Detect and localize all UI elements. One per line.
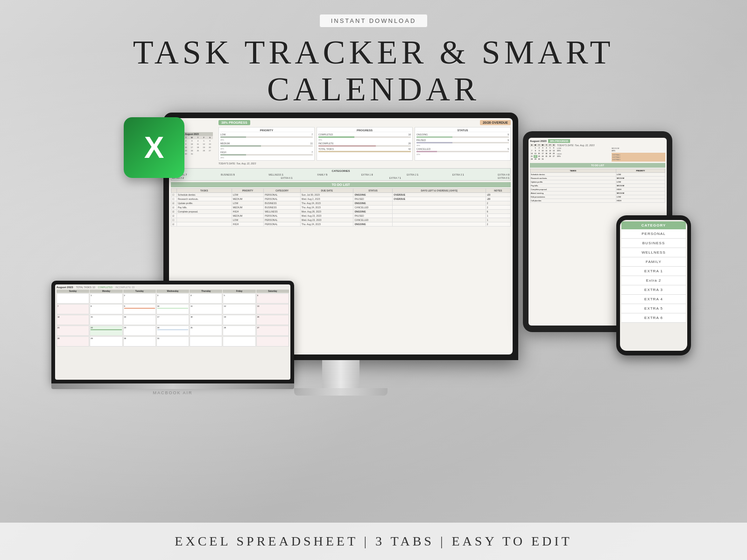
status-label: STATUS <box>416 129 509 132</box>
footer-section: EXCEL SPREADSHEET | 3 TABS | EASY TO EDI… <box>0 523 747 560</box>
iphone-cat-wellness: WELLNESS <box>621 248 686 257</box>
priority-label: PRIORITY <box>220 129 313 132</box>
col-category: CATEGORY <box>264 189 301 193</box>
macbook-incomplete: INCOMPLETE: 33 <box>115 286 134 289</box>
footer-text: EXCEL SPREADSHEET | 3 TABS | EASY TO EDI… <box>175 534 572 549</box>
ipad-progress: 38% PROGRESS <box>548 139 571 143</box>
iphone-cat-extra3: EXTRA 3 <box>621 285 686 295</box>
table-row: ☑ Pay bills. MEDIUM BUSINESS Thu. Aug 24… <box>171 206 511 210</box>
macbook-content: August 2023 TOTAL TASKS: 10 COMPLETED IN… <box>55 284 290 348</box>
macbook-screen-outer: August 2023 TOTAL TASKS: 10 COMPLETED IN… <box>51 281 294 383</box>
iphone-screen: CATEGORY PERSONAL BUSINESS WELLNESS FAMI… <box>620 220 687 351</box>
iphone-cat-extra1: EXTRA 1 <box>621 267 686 276</box>
devices-section: X August 2023 S M <box>70 113 677 439</box>
macbook-month: August 2023 <box>56 286 73 289</box>
main-container: INSTANT DOWNLOAD TASK TRACKER & SMART CA… <box>0 0 747 560</box>
macbook-total-tasks: TOTAL TASKS: 10 <box>76 286 95 289</box>
ipad-todo-header: TO DO LIST <box>530 163 665 168</box>
iphone-outer: CATEGORY PERSONAL BUSINESS WELLNESS FAMI… <box>616 215 691 355</box>
excel-x-letter: X <box>144 130 164 165</box>
excel-icon: X <box>124 117 184 178</box>
table-row: ☑ Update profile. LOW BUSINESS Thu. Aug … <box>171 201 511 206</box>
col-notes: NOTES <box>486 189 510 193</box>
col-days: DAYS LEFT & OVERDUE [-DAYS] <box>393 189 486 193</box>
col-tasks: TASKS <box>177 189 232 193</box>
macbook-base <box>51 383 294 389</box>
categories-label: CATEGORIES <box>172 170 509 172</box>
todo-table: TASKS PRIORITY CATEGORY DUE DATE STATUS … <box>171 188 511 227</box>
iphone-category-header: CATEGORY <box>621 221 686 229</box>
iphone-cat-personal: PERSONAL <box>621 229 686 239</box>
macbook-label: MACBOOK AIR <box>51 390 294 395</box>
table-row: ☐ Research workouts. MEDIUM PERSONAL Wed… <box>171 197 511 201</box>
todolist-header: TO DO LIST <box>171 182 511 187</box>
col-due: DUE DATE <box>300 189 353 193</box>
macbook-device: August 2023 TOTAL TASKS: 10 COMPLETED IN… <box>51 281 294 411</box>
table-row: ☑ Complete proposal. HIGH WELLNESS Mon. … <box>171 210 511 214</box>
macbook-completed: COMPLETED <box>98 286 113 289</box>
macbook-header: August 2023 TOTAL TASKS: 10 COMPLETED IN… <box>56 286 289 289</box>
macbook-screen: August 2023 TOTAL TASKS: 10 COMPLETED IN… <box>55 284 290 380</box>
iphone-cat-extra2: Extra 2 <box>621 276 686 285</box>
iphone-device: CATEGORY PERSONAL BUSINESS WELLNESS FAMI… <box>616 215 691 355</box>
iphone-cat-extra4: EXTRA 4 <box>621 295 686 304</box>
iphone-content: CATEGORY PERSONAL BUSINESS WELLNESS FAMI… <box>620 220 687 324</box>
iphone-cat-family: FAMILY <box>621 257 686 267</box>
ipad-month: August 2023 <box>530 140 547 142</box>
table-row: ☐ LOW PERSONAL Wed. Aug 23, 2023 CANCELL… <box>171 218 511 222</box>
table-row: ☐ Schedule dentist. LOW PERSONAL Sun. Ju… <box>171 193 511 197</box>
instant-download-badge: INSTANT DOWNLOAD <box>319 14 428 28</box>
iphone-cat-extra5: EXTRA 5 <box>621 304 686 313</box>
todays-date: Tue, Aug. 22, 2023 <box>236 162 256 165</box>
todays-date-label: TODAY'S DATE: <box>218 162 236 165</box>
col-status: STATUS <box>353 189 393 193</box>
table-row: ☑ MEDIUM PERSONAL Wed. Aug 23, 2023 PAUS… <box>171 214 511 218</box>
overdue-badge: 20/26 OVERDUE <box>480 120 511 125</box>
header-section: INSTANT DOWNLOAD TASK TRACKER & SMART CA… <box>133 0 614 108</box>
table-row: ☑ HIGH PERSONAL Thu. Aug 24, 2023 ONGOIN… <box>171 222 511 227</box>
priority-low: LOW <box>220 133 226 136</box>
col-priority: PRIORITY <box>232 189 264 193</box>
title-line1: TASK TRACKER & SMART <box>133 34 614 71</box>
iphone-cat-business: BUSINESS <box>621 239 686 248</box>
iphone-cat-extra6: EXTRA 6 <box>621 313 686 323</box>
progress-badge: 38% PROGRESS <box>218 120 250 125</box>
progress-stats-label: PROGRESS <box>318 129 411 132</box>
title-line2: CALENDAR <box>267 71 480 108</box>
main-title: TASK TRACKER & SMART CALENDAR <box>133 34 614 108</box>
